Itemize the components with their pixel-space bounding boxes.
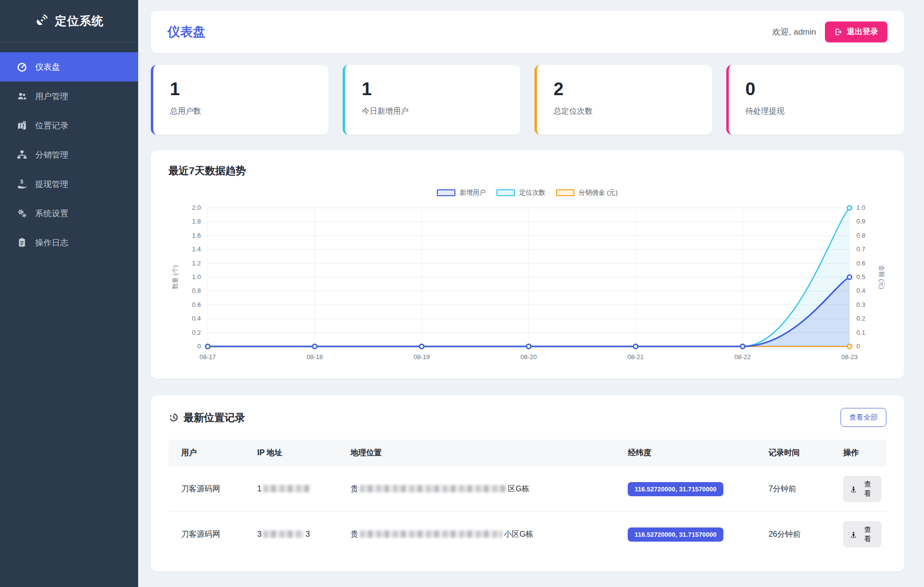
view-record-button[interactable]: 查看: [843, 476, 882, 502]
legend-swatch: [556, 189, 575, 196]
app-title: 定位系统: [55, 13, 104, 29]
sidebar: 定位系统 仪表盘 用户管理: [0, 0, 138, 587]
cell-user: 刀客源码网: [168, 512, 252, 557]
street-view-icon: [850, 486, 857, 493]
stat-cards: 1 总用户数 1 今日新增用户 2 总定位次数 0 待处理提现: [151, 65, 904, 135]
svg-text:0.3: 0.3: [857, 301, 865, 308]
sidebar-item-settings[interactable]: 系统设置: [0, 199, 138, 228]
stat-card-total-users: 1 总用户数: [151, 65, 329, 135]
coords-badge: 116.52720000, 31.71570000: [628, 482, 723, 496]
view-all-button[interactable]: 查看全部: [841, 408, 886, 427]
coords-badge: 116.52720000, 31.71570000: [628, 527, 723, 542]
records-table: 用户 IP 地址 地理位置 经纬度 记录时间 操作 刀客源码网 1 贵区G栋 1…: [168, 440, 886, 557]
trend-chart-svg: 00.20.40.60.81.01.21.41.61.82.000.10.20.…: [168, 200, 886, 366]
sidebar-item-label: 仪表盘: [35, 61, 60, 73]
svg-text:0.6: 0.6: [192, 301, 201, 308]
sidebar-item-label: 用户管理: [35, 91, 68, 102]
sidebar-item-locations[interactable]: 位置记录: [0, 111, 138, 140]
stat-value: 0: [745, 80, 904, 100]
chart-legend: 新增用户定位次数分销佣金 (元): [168, 188, 886, 197]
stat-card-new-users-today: 1 今日新增用户: [343, 65, 520, 135]
topbar: 仪表盘 欢迎, admin 退出登录: [151, 11, 904, 53]
redacted-ip: [263, 485, 310, 492]
svg-text:0: 0: [857, 343, 860, 350]
svg-text:2.0: 2.0: [192, 204, 201, 211]
col-header-ip: IP 地址: [252, 440, 346, 466]
cell-user: 刀客源码网: [168, 466, 252, 512]
map-marker-icon: [17, 120, 27, 131]
svg-text:0.2: 0.2: [857, 315, 865, 322]
gears-icon: [17, 208, 27, 219]
svg-text:$: $: [21, 179, 23, 184]
sidebar-item-label: 位置记录: [35, 120, 68, 131]
svg-text:08-23: 08-23: [842, 353, 858, 361]
legend-item[interactable]: 分销佣金 (元): [556, 188, 617, 197]
legend-swatch: [437, 189, 455, 196]
sidebar-item-dashboard[interactable]: 仪表盘: [0, 52, 138, 81]
svg-text:0.2: 0.2: [192, 329, 201, 336]
stat-card-total-locates: 2 总定位次数: [534, 65, 712, 135]
stat-value: 2: [554, 80, 712, 100]
svg-text:08-17: 08-17: [200, 353, 216, 361]
trend-chart: 00.20.40.60.81.01.21.41.61.82.000.10.20.…: [168, 200, 886, 366]
col-header-action: 操作: [838, 440, 886, 466]
svg-text:0.6: 0.6: [857, 260, 865, 267]
stat-label: 总用户数: [170, 106, 329, 117]
app-logo: 定位系统: [0, 0, 138, 42]
records-title: 最新位置记录: [168, 411, 245, 425]
stat-label: 总定位次数: [554, 106, 712, 117]
cell-location: 贵区G栋: [346, 466, 623, 512]
cell-action: 查看: [838, 466, 886, 512]
main-content: 仪表盘 欢迎, admin 退出登录 1 总用户数 1 今日新增用户 2 总: [138, 0, 924, 587]
trend-chart-card: 最近7天数据趋势 新增用户定位次数分销佣金 (元) 00.20.40.60.81…: [151, 150, 904, 379]
svg-text:08-19: 08-19: [413, 353, 430, 361]
gauge-icon: [17, 61, 27, 72]
cell-coords: 116.52720000, 31.71570000: [623, 512, 763, 557]
svg-text:1.0: 1.0: [192, 273, 201, 281]
svg-text:1.2: 1.2: [192, 260, 201, 267]
legend-label: 分销佣金 (元): [578, 188, 617, 197]
stat-label: 待处理提现: [745, 106, 904, 117]
table-header-row: 用户 IP 地址 地理位置 经纬度 记录时间 操作: [168, 440, 886, 466]
cell-location: 贵小区G栋: [346, 512, 623, 557]
svg-text:1.4: 1.4: [192, 245, 201, 253]
sidebar-item-withdrawals[interactable]: $ 提现管理: [0, 169, 138, 199]
svg-text:1.0: 1.0: [857, 204, 865, 211]
svg-text:0.8: 0.8: [192, 287, 201, 294]
svg-text:08-20: 08-20: [520, 353, 536, 361]
redacted-location: [360, 530, 502, 538]
svg-text:0.4: 0.4: [192, 315, 201, 322]
sign-out-icon: [834, 28, 842, 36]
sidebar-item-distribution[interactable]: 分销管理: [0, 140, 138, 169]
legend-item[interactable]: 新增用户: [437, 188, 486, 197]
view-record-button[interactable]: 查看: [843, 521, 882, 547]
table-row: 刀客源码网 33 贵小区G栋 116.52720000, 31.71570000…: [168, 512, 886, 557]
redacted-location: [360, 485, 506, 492]
svg-text:0.1: 0.1: [857, 329, 865, 336]
sidebar-item-logs[interactable]: 操作日志: [0, 228, 138, 257]
stat-value: 1: [170, 80, 329, 100]
sidebar-item-label: 操作日志: [35, 237, 68, 248]
svg-text:0.9: 0.9: [857, 218, 865, 225]
sidebar-item-users[interactable]: 用户管理: [0, 81, 138, 111]
svg-text:0.4: 0.4: [857, 287, 865, 294]
col-header-location: 地理位置: [346, 440, 623, 466]
welcome-text: 欢迎, admin: [772, 26, 816, 38]
svg-text:数量 (个): 数量 (个): [172, 265, 179, 289]
cell-coords: 116.52720000, 31.71570000: [623, 466, 763, 512]
svg-text:1.6: 1.6: [192, 232, 201, 239]
svg-text:0: 0: [197, 343, 201, 350]
logout-button[interactable]: 退出登录: [825, 21, 887, 42]
col-header-coords: 经纬度: [623, 440, 763, 466]
cell-time: 26分钟前: [763, 512, 838, 557]
legend-item[interactable]: 定位次数: [496, 188, 545, 197]
legend-label: 定位次数: [519, 188, 545, 197]
stat-label: 今日新增用户: [362, 106, 520, 117]
history-icon: [168, 412, 179, 423]
col-header-time: 记录时间: [763, 440, 838, 466]
svg-text:0.8: 0.8: [857, 232, 865, 239]
svg-text:1.8: 1.8: [192, 218, 201, 225]
satellite-dish-icon: [35, 13, 49, 29]
legend-swatch: [496, 189, 515, 196]
stat-value: 1: [362, 80, 520, 100]
